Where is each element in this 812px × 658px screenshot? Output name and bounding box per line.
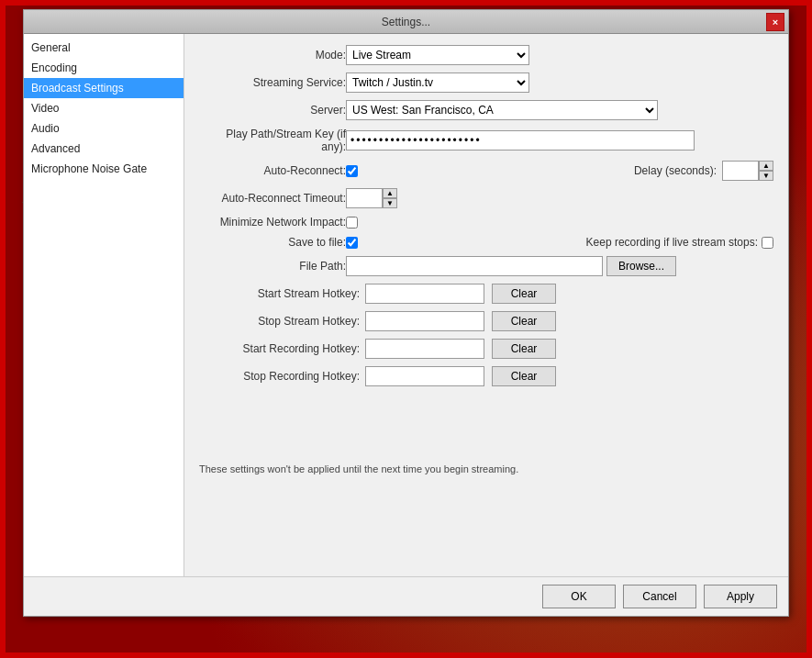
minimize-network-row: Minimize Network Impact: xyxy=(199,216,773,229)
minimize-network-checkbox[interactable] xyxy=(346,217,358,229)
sidebar-item-general[interactable]: General xyxy=(24,38,184,58)
file-path-row: File Path: C:\Users\Gamzee\Videos\Twitch… xyxy=(199,256,773,276)
bottom-note: These settings won't be applied until th… xyxy=(199,460,773,478)
sidebar-item-microphone[interactable]: Microphone Noise Gate xyxy=(24,159,184,179)
sidebar-item-video[interactable]: Video xyxy=(24,98,184,118)
stop-recording-hotkey-row: Stop Recording Hotkey: None Clear xyxy=(199,366,773,386)
settings-dialog: Settings... × General Encoding Broadcast… xyxy=(23,9,789,617)
start-stream-hotkey-input[interactable]: Num 9 xyxy=(365,284,484,304)
server-row: Server: US West: San Francisco, CA US Ea… xyxy=(199,100,773,120)
auto-reconnect-checkbox[interactable] xyxy=(346,165,358,177)
timeout-down-button[interactable]: ▼ xyxy=(383,198,397,208)
sidebar-item-encoding[interactable]: Encoding xyxy=(24,58,184,78)
save-to-file-checkbox[interactable] xyxy=(346,237,358,249)
sidebar-item-broadcast[interactable]: Broadcast Settings xyxy=(24,78,184,98)
start-stream-clear-button[interactable]: Clear xyxy=(492,284,556,304)
start-stream-hotkey-row: Start Stream Hotkey: Num 9 Clear xyxy=(199,284,773,304)
mode-row: Mode: Live Stream File Output Only xyxy=(199,45,773,65)
stop-stream-clear-button[interactable]: Clear xyxy=(492,311,556,331)
keep-recording-checkbox[interactable] xyxy=(762,237,773,249)
streaming-service-select[interactable]: Twitch / Justin.tv YouTube Custom xyxy=(346,72,529,93)
auto-reconnect-label: Auto-Reconnect: xyxy=(199,164,346,177)
delay-down-button[interactable]: ▼ xyxy=(759,171,773,181)
stop-stream-hotkey-row: Stop Stream Hotkey: Num 8 Clear xyxy=(199,311,773,331)
keep-recording-label: Keep recording if live stream stops: xyxy=(586,236,758,249)
apply-button[interactable]: Apply xyxy=(704,585,777,608)
start-recording-hotkey-row: Start Recording Hotkey: None Clear xyxy=(199,339,773,359)
titlebar: Settings... × xyxy=(24,10,788,34)
stop-recording-hotkey-input[interactable]: None xyxy=(365,366,484,386)
save-file-row: Save to file: Keep recording if live str… xyxy=(199,236,773,249)
dialog-body: General Encoding Broadcast Settings Vide… xyxy=(24,34,788,576)
cancel-button[interactable]: Cancel xyxy=(623,585,696,608)
main-content: Mode: Live Stream File Output Only Strea… xyxy=(184,34,788,576)
stop-recording-clear-button[interactable]: Clear xyxy=(492,366,556,386)
timeout-up-button[interactable]: ▲ xyxy=(383,188,397,198)
ok-button[interactable]: OK xyxy=(542,585,616,608)
delay-input[interactable]: 0 xyxy=(722,161,759,181)
stream-key-label: Play Path/Stream Key (if any): xyxy=(199,128,346,153)
sidebar-item-audio[interactable]: Audio xyxy=(24,118,184,139)
reconnect-timeout-label: Auto-Reconnect Timeout: xyxy=(199,192,346,205)
streaming-service-label: Streaming Service: xyxy=(199,76,346,89)
minimize-network-label: Minimize Network Impact: xyxy=(199,216,346,229)
stop-stream-hotkey-input[interactable]: Num 8 xyxy=(365,311,484,331)
file-path-label: File Path: xyxy=(199,260,346,273)
mode-label: Mode: xyxy=(199,49,346,61)
dialog-footer: OK Cancel Apply xyxy=(24,576,788,616)
start-recording-clear-button[interactable]: Clear xyxy=(492,339,556,359)
file-path-input[interactable]: C:\Users\Gamzee\Videos\Twitch\Twitch.mp4 xyxy=(346,256,603,276)
save-to-file-label: Save to file: xyxy=(199,236,346,249)
stop-recording-hotkey-label: Stop Recording Hotkey: xyxy=(199,370,360,383)
delay-up-button[interactable]: ▲ xyxy=(759,161,773,171)
start-stream-hotkey-label: Start Stream Hotkey: xyxy=(199,287,360,300)
server-select[interactable]: US West: San Francisco, CA US East: New … xyxy=(346,100,658,120)
mode-select[interactable]: Live Stream File Output Only xyxy=(346,45,529,65)
streaming-service-row: Streaming Service: Twitch / Justin.tv Yo… xyxy=(199,72,773,93)
window-title: Settings... xyxy=(382,16,430,28)
stream-key-row: Play Path/Stream Key (if any): xyxy=(199,128,773,153)
reconnect-timeout-row: Auto-Reconnect Timeout: 10 ▲ ▼ xyxy=(199,188,773,208)
close-button[interactable]: × xyxy=(766,13,784,31)
stop-stream-hotkey-label: Stop Stream Hotkey: xyxy=(199,315,360,328)
reconnect-timeout-input[interactable]: 10 xyxy=(346,188,383,208)
server-label: Server: xyxy=(199,104,346,117)
start-recording-hotkey-label: Start Recording Hotkey: xyxy=(199,342,360,355)
auto-reconnect-row: Auto-Reconnect: Delay (seconds): 0 ▲ ▼ xyxy=(199,161,773,181)
start-recording-hotkey-input[interactable]: None xyxy=(365,339,484,359)
stream-key-input[interactable] xyxy=(346,130,695,151)
delay-label: Delay (seconds): xyxy=(606,164,717,177)
sidebar: General Encoding Broadcast Settings Vide… xyxy=(24,34,184,576)
browse-button[interactable]: Browse... xyxy=(606,256,676,276)
sidebar-item-advanced[interactable]: Advanced xyxy=(24,139,184,159)
